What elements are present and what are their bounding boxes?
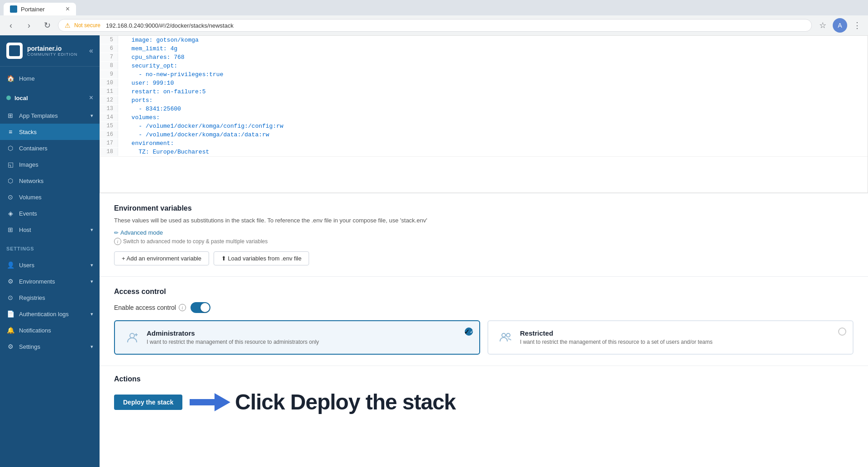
security-icon: ⚠ [65, 22, 71, 29]
sidebar-home-section: 🏠 Home [0, 67, 100, 90]
sidebar-item-stacks[interactable]: ≡ Stacks [0, 124, 100, 140]
actions-title: Actions [114, 375, 456, 383]
info-icon: i [114, 238, 121, 245]
address-bar[interactable]: ⚠ Not secure 192.168.0.240:9000/#!/2/doc… [58, 19, 812, 32]
sidebar-collapse-btn[interactable]: « [89, 47, 93, 55]
sidebar-item-settings[interactable]: ⚙ Settings ▾ [0, 338, 100, 355]
images-icon: ◱ [6, 160, 14, 169]
host-icon: ⊞ [6, 226, 14, 234]
url-display: 192.168.0.240:9000/#!/2/docker/stacks/ne… [106, 22, 234, 29]
sidebar-environments-label: Environments [19, 278, 86, 285]
code-line-17: 17 environment: [100, 139, 868, 148]
restricted-radio[interactable] [838, 327, 846, 336]
sidebar-item-app-templates[interactable]: ⊞ App Templates ▾ [0, 107, 100, 124]
sidebar-images-label: Images [19, 161, 93, 168]
enable-access-label: Enable access control i [114, 304, 186, 311]
env-name-label: local [14, 95, 28, 101]
chevron-down-icon: ▾ [91, 113, 93, 119]
logo-brand: portainer.io [27, 45, 77, 52]
sidebar-item-volumes[interactable]: ⊙ Volumes [0, 189, 100, 205]
access-info-icon: i [179, 304, 186, 311]
code-line-8: 8 security_opt: [100, 62, 868, 70]
logo-sub: COMMUNITY EDITION [27, 52, 77, 57]
sidebar-item-registries[interactable]: ⊙ Registries [0, 289, 100, 306]
code-line-12: 12 ports: [100, 96, 868, 105]
advanced-mode-hint: i Switch to advanced mode to copy & past… [114, 238, 854, 245]
sidebar-item-home[interactable]: 🏠 Home [0, 70, 100, 87]
svg-marker-5 [190, 393, 230, 411]
click-annotation: Click Deploy the stack [190, 390, 456, 414]
app-templates-icon: ⊞ [6, 111, 14, 120]
tab-favicon [10, 5, 17, 13]
restricted-card[interactable]: Restricted I want to restrict the manage… [487, 320, 854, 355]
code-line-10: 10 user: 999:10 [100, 79, 868, 87]
profile-btn[interactable]: A [833, 18, 847, 33]
tab-close-btn[interactable]: × [66, 5, 70, 13]
access-control-toggle[interactable] [191, 302, 210, 313]
sidebar-auth-logs-label: Authentication logs [19, 311, 86, 318]
sidebar-item-auth-logs[interactable]: 📄 Authentication logs ▾ [0, 306, 100, 322]
events-icon: ◈ [6, 209, 14, 217]
deploy-stack-btn[interactable]: Deploy the stack [114, 395, 182, 410]
edit-icon: ✏ [114, 230, 119, 236]
svg-point-0 [130, 333, 134, 338]
sidebar-item-notifications[interactable]: 🔔 Notifications [0, 322, 100, 338]
environments-icon: ⚙ [6, 277, 14, 285]
sidebar-registries-label: Registries [19, 294, 93, 301]
advanced-mode-label: Advanced mode [120, 229, 163, 236]
env-close-btn[interactable]: × [89, 94, 93, 102]
restricted-title: Restricted [520, 329, 713, 337]
arrow-annotation [190, 391, 230, 414]
load-env-file-btn[interactable]: ⬆ Load variables from .env file [214, 251, 309, 265]
sidebar-item-host[interactable]: ⊞ Host ▾ [0, 221, 100, 238]
advanced-mode-link[interactable]: ✏ Advanced mode [114, 229, 854, 236]
arrow-icon [190, 391, 230, 414]
code-line-14: 14 volumes: [100, 113, 868, 122]
settings-chevron-icon: ▾ [91, 344, 93, 350]
sidebar-item-environments[interactable]: ⚙ Environments ▾ [0, 273, 100, 289]
sidebar-item-networks[interactable]: ⬡ Networks [0, 173, 100, 189]
forward-btn[interactable]: › [22, 18, 36, 33]
administrators-desc: I want to restrict the management of thi… [147, 339, 319, 345]
svg-point-4 [506, 333, 510, 337]
sidebar-settings-section: 👤 Users ▾ ⚙ Environments ▾ ⊙ Registries … [0, 253, 100, 358]
sidebar-item-containers[interactable]: ⬡ Containers [0, 140, 100, 156]
environments-chevron-icon: ▾ [91, 279, 93, 284]
add-env-var-btn[interactable]: + Add an environment variable [114, 251, 209, 265]
logo-icon [6, 43, 23, 59]
sidebar-item-images[interactable]: ◱ Images [0, 156, 100, 173]
env-variables-title: Environment variables [114, 204, 854, 212]
administrators-title: Administrators [147, 329, 319, 337]
code-line-16: 16 - /volume1/docker/komga/data:/data:rw [100, 130, 868, 139]
code-line-13: 13 - 8341:25600 [100, 105, 868, 113]
home-icon: 🏠 [6, 74, 14, 82]
sidebar-item-users[interactable]: 👤 Users ▾ [0, 257, 100, 273]
env-variables-section: Environment variables These values will … [100, 193, 868, 276]
auth-logs-chevron-icon: ▾ [91, 311, 93, 317]
advanced-mode-hint-text: Switch to advanced mode to copy & paste … [123, 238, 268, 245]
app-container: portainer.io COMMUNITY EDITION « 🏠 Home … [0, 35, 868, 467]
security-label: Not secure [74, 22, 100, 29]
env-header: local × [0, 90, 100, 104]
sidebar-item-events[interactable]: ◈ Events [0, 205, 100, 221]
restricted-icon [497, 329, 514, 346]
code-line-15: 15 - /volume1/docker/komga/config:/confi… [100, 122, 868, 130]
administrators-radio[interactable]: ✓ [465, 327, 473, 336]
registries-icon: ⊙ [6, 294, 14, 302]
reload-btn[interactable]: ↻ [40, 18, 54, 33]
browser-nav: ‹ › ↻ ⚠ Not secure 192.168.0.240:9000/#!… [0, 15, 868, 35]
administrators-card[interactable]: Administrators I want to restrict the ma… [114, 320, 480, 355]
svg-point-3 [502, 333, 506, 337]
sidebar-volumes-label: Volumes [19, 194, 93, 201]
sidebar-nav-section: ⊞ App Templates ▾ ≡ Stacks ⬡ Containers … [0, 104, 100, 241]
sidebar-containers-label: Containers [19, 145, 93, 152]
back-btn[interactable]: ‹ [4, 18, 18, 33]
bookmark-icon[interactable]: ☆ [816, 18, 830, 33]
logo-text: portainer.io COMMUNITY EDITION [27, 45, 77, 57]
access-control-title: Access control [114, 288, 854, 296]
menu-btn[interactable]: ⋮ [850, 18, 864, 33]
code-editor[interactable]: 5 image: gotson/komga 6 mem_limit: 4g 7 … [100, 35, 868, 193]
code-line-9: 9 - no-new-privileges:true [100, 70, 868, 79]
browser-tab[interactable]: Portainer × [4, 3, 76, 15]
annotation-text: Click Deploy the stack [235, 390, 456, 414]
